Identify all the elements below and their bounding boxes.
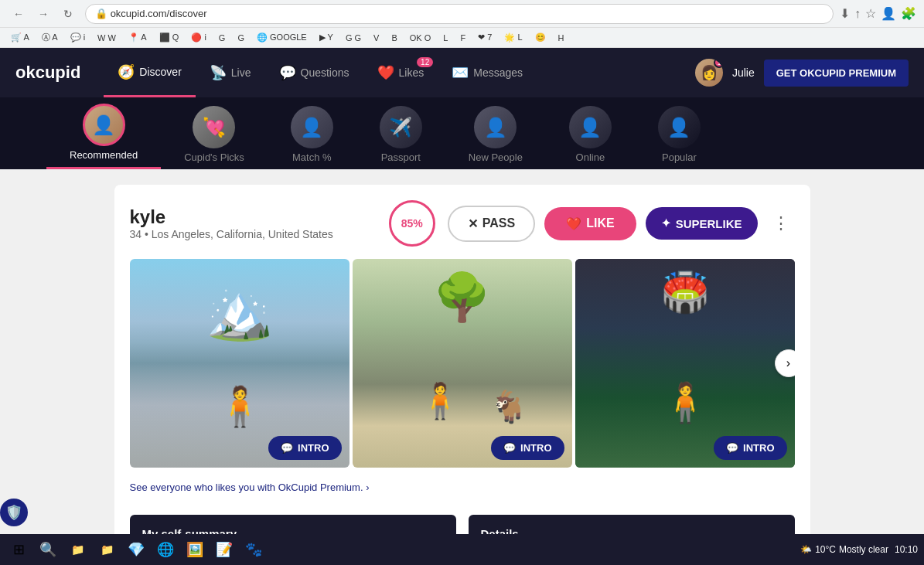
tab-new-people[interactable]: 👤 New People <box>445 100 546 169</box>
like-label: LIKE <box>586 216 614 230</box>
bookmark-b[interactable]: B <box>387 32 401 44</box>
pass-button[interactable]: ✕ PASS <box>448 206 535 242</box>
nav-username[interactable]: Julie <box>732 66 755 79</box>
photo-2: 🌳 🧍 🐐 💬 INTRO <box>353 259 572 468</box>
intro-chat-icon-3: 💬 <box>726 442 738 454</box>
okcupid-logo[interactable]: okcupid <box>15 63 80 83</box>
bookmark-google[interactable]: 🌐 GOOGLE <box>252 31 312 44</box>
tab-passport[interactable]: ✈️ Passport <box>356 100 445 169</box>
security-shield-icon[interactable]: 🛡️ <box>0 499 28 526</box>
taskbar-files-icon[interactable]: 📁 <box>65 537 90 562</box>
more-dots-icon: ⋮ <box>772 213 789 233</box>
share-icon[interactable]: ↑ <box>854 7 861 21</box>
extension-icon[interactable]: 🧩 <box>901 6 916 21</box>
bookmark-qr[interactable]: ⬛ Q <box>155 31 184 44</box>
match-percent: 85% <box>401 217 423 230</box>
user-avatar[interactable]: 👩 1 <box>695 59 723 87</box>
intro-label-3: INTRO <box>743 442 774 454</box>
nav-forward-button[interactable]: → <box>32 3 54 25</box>
nav-right: 👩 1 Julie GET OKCUPID PREMIUM <box>695 59 909 87</box>
tab-match-label: Match % <box>292 151 332 163</box>
nav-likes[interactable]: ❤️ Likes 12 <box>363 48 438 97</box>
nav-back-button[interactable]: ← <box>8 3 29 25</box>
weather-desc: Mostly clear <box>839 544 888 555</box>
taskbar-paint-icon[interactable]: 🖼️ <box>182 537 207 562</box>
messages-icon: ✉️ <box>452 64 469 81</box>
nav-questions[interactable]: 💬 Questions <box>265 48 363 97</box>
bookmark-l[interactable]: L <box>438 32 452 44</box>
photo-grid: 🏔️ 🧍 💬 INTRO 🌳 🧍 🐐 💬 INTRO <box>130 259 795 468</box>
bookmark-amazon[interactable]: 🛒 A <box>6 31 34 44</box>
address-bar[interactable]: 🔒 okcupid.com/discover <box>85 4 834 24</box>
bookmark-ok[interactable]: OK O <box>405 32 436 44</box>
intro-button-3[interactable]: 💬 INTRO <box>714 436 786 460</box>
nav-questions-label: Questions <box>301 66 349 79</box>
bookmark-vk[interactable]: V <box>369 32 384 44</box>
nav-messages[interactable]: ✉️ Messages <box>438 48 537 97</box>
tab-online[interactable]: 👤 Online <box>546 100 635 169</box>
nav-discover-label: Discover <box>139 66 181 78</box>
bookmark-g1[interactable]: G <box>214 32 230 44</box>
bookmark-maps[interactable]: 📍 A <box>124 31 152 44</box>
tab-online-label: Online <box>576 151 605 163</box>
tab-recommended-label: Recommended <box>70 149 138 161</box>
nav-messages-label: Messages <box>473 66 523 79</box>
tab-recommended[interactable]: 👤 Recommended <box>46 97 161 169</box>
more-options-button[interactable]: ⋮ <box>767 209 795 237</box>
bookmark-icon[interactable]: ☆ <box>865 6 876 21</box>
taskbar-right: 🌤️ 10°C Mostly clear 10:10 <box>800 544 918 555</box>
bookmark-a2[interactable]: Ⓐ A <box>37 30 63 45</box>
bookmark-youtube[interactable]: ▶ Y <box>315 31 338 44</box>
bookmark-toggle[interactable]: 🔴 i <box>186 31 211 44</box>
intro-chat-icon-2: 💬 <box>503 442 516 454</box>
bookmark-h[interactable]: H <box>554 32 569 44</box>
premium-button[interactable]: GET OKCUPID PREMIUM <box>764 60 909 87</box>
bookmark-g3[interactable]: G G <box>341 32 366 44</box>
taskbar-chrome-icon[interactable]: 🌐 <box>153 537 178 562</box>
superlike-star-icon: ✦ <box>661 216 671 230</box>
live-icon: 📡 <box>210 64 227 81</box>
category-tabs: 👤 Recommended 💘 Cupid's Picks 👤 Match % … <box>0 97 924 169</box>
bookmark-l2[interactable]: 🌟 L <box>500 31 527 44</box>
intro-label-1: INTRO <box>298 442 329 454</box>
taskbar-folder-icon[interactable]: 📁 <box>94 537 119 562</box>
intro-chat-icon-1: 💬 <box>281 442 293 454</box>
url-text: okcupid.com/discover <box>111 8 207 19</box>
premium-link[interactable]: See everyone who likes you with OkCupid … <box>130 482 370 493</box>
bookmark-whatsapp[interactable]: 💬 i <box>66 31 90 44</box>
match-circle: 85% <box>389 200 435 247</box>
taskbar-weather: 🌤️ 10°C Mostly clear <box>800 544 888 555</box>
taskbar-search-icon[interactable]: 🔍 <box>36 537 60 562</box>
superlike-button[interactable]: ✦ SUPERLIKE <box>646 207 758 240</box>
download-icon[interactable]: ⬇ <box>840 6 850 21</box>
nav-live-label: Live <box>231 66 251 79</box>
bookmark-7[interactable]: ❤ 7 <box>473 31 496 44</box>
tab-passport-img: ✈️ <box>380 106 422 148</box>
intro-button-1[interactable]: 💬 INTRO <box>268 436 341 460</box>
tab-cupids-img: 💘 <box>193 106 235 148</box>
profile-icon[interactable]: 👤 <box>881 6 896 21</box>
tab-popular[interactable]: 👤 Popular <box>635 100 724 169</box>
taskbar-start-button[interactable]: ⊞ <box>6 537 31 562</box>
tab-match[interactable]: 👤 Match % <box>268 100 356 169</box>
avatar-notification-badge: 1 <box>714 59 723 68</box>
taskbar-word-icon[interactable]: 📝 <box>212 537 237 562</box>
refresh-button[interactable]: ↻ <box>57 3 79 25</box>
nav-live[interactable]: 📡 Live <box>196 48 265 97</box>
okcupid-navbar: okcupid 🧭 Discover 📡 Live 💬 Questions ❤️… <box>0 48 924 97</box>
photo-1: 🏔️ 🧍 💬 INTRO <box>130 259 349 468</box>
like-button[interactable]: ❤️ LIKE <box>544 207 636 240</box>
bookmark-word[interactable]: W W <box>93 32 121 44</box>
questions-icon: 💬 <box>279 64 296 81</box>
nav-items: 🧭 Discover 📡 Live 💬 Questions ❤️ Likes 1… <box>104 48 695 97</box>
nav-discover[interactable]: 🧭 Discover <box>104 48 195 97</box>
tab-popular-label: Popular <box>662 151 697 163</box>
taskbar-diamond-icon[interactable]: 💎 <box>124 537 148 562</box>
bookmark-f[interactable]: F <box>455 32 470 44</box>
bookmark-emoji[interactable]: 😊 <box>530 31 551 44</box>
profile-header: kyle 34 • Los Angeles, California, Unite… <box>130 200 795 247</box>
intro-button-2[interactable]: 💬 INTRO <box>491 436 564 460</box>
tab-cupids-picks[interactable]: 💘 Cupid's Picks <box>161 100 268 169</box>
bookmark-g2[interactable]: G <box>233 32 249 44</box>
taskbar-paw-icon[interactable]: 🐾 <box>241 537 266 562</box>
